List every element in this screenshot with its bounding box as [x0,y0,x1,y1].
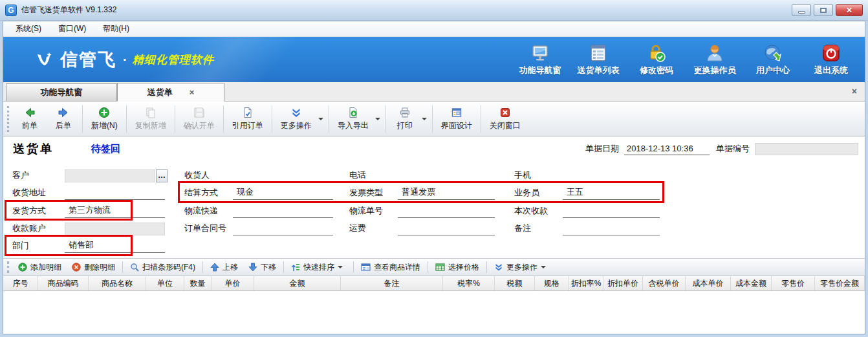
column-header[interactable]: 金额 [254,276,341,290]
items-table-body[interactable] [3,291,865,332]
toolbar-button-label: 前单 [22,120,38,131]
confirm-order-button[interactable]: 确认开单 [177,104,221,134]
column-header[interactable]: 序号 [3,276,38,290]
account-input[interactable] [65,223,165,235]
tab-close-icon[interactable]: × [190,87,195,97]
reference-order-button[interactable]: 引用订单 [226,104,270,134]
column-header[interactable]: 商品编码 [38,276,89,290]
close-button[interactable]: ✕ [836,4,863,16]
quick-sort-button[interactable]: 快速排序 [286,260,351,275]
window-title: 信管飞送货单软件 V9.1.332 [21,5,116,16]
column-header[interactable]: 成本金额 [731,276,772,290]
column-header[interactable]: 数量 [184,276,212,290]
column-header[interactable]: 税额 [495,276,535,290]
column-header[interactable]: 成本单价 [686,276,731,290]
window-controls: ✕ [792,4,863,16]
tab-nav-window[interactable]: 功能导航窗 [6,83,117,101]
field-tracking-no: 物流单号 [349,204,495,218]
more-actions-button[interactable]: 更多操作 [274,104,318,134]
receiver-input[interactable] [233,169,333,182]
scan-barcode-button[interactable]: 扫描条形码(F4) [125,260,201,275]
xinguanfei-logo-icon [34,49,55,70]
select-price-button[interactable]: 选择价格 [430,260,484,275]
logistics-input[interactable] [233,204,333,218]
view-product-detail-button[interactable]: 查看商品详情 [356,260,426,275]
add-detail-button[interactable]: 添加明细 [13,260,67,275]
detail-button-label: 更多操作 [506,262,537,273]
prev-order-button[interactable]: 前单 [13,104,47,134]
menu-window[interactable]: 窗口(W) [50,21,94,36]
delivery-list-button[interactable]: 送货单列表 [574,43,623,76]
dropdown-arrow-icon[interactable] [375,118,380,120]
menubar: 系统(S) 窗口(W) 帮助(H) [3,21,865,37]
delete-detail-button[interactable]: 删除明细 [67,260,120,275]
detail-more-actions-button[interactable]: 更多操作 [489,260,554,275]
column-header[interactable]: 商品名称 [89,276,146,290]
tab-delivery-order[interactable]: 送货单 × [117,83,224,102]
column-header[interactable]: 规格 [535,276,569,290]
column-header[interactable]: 折扣单价 [603,276,643,290]
menu-help[interactable]: 帮助(H) [94,21,138,36]
address-input[interactable] [65,186,165,200]
freight-input[interactable] [398,222,495,235]
phone-input[interactable] [398,169,495,182]
dropdown-arrow-icon[interactable] [422,118,427,120]
column-header[interactable]: 税率% [443,276,495,290]
field-label: 结算方式 [184,187,233,200]
minimize-button[interactable] [792,4,811,16]
column-header[interactable]: 含税单价 [643,276,686,290]
mobile-input[interactable] [563,169,660,182]
user-center-button[interactable]: 用户中心 [748,43,797,76]
column-header[interactable]: 零售价 [772,276,815,290]
column-header[interactable]: 备注 [341,276,443,290]
next-order-button[interactable]: 后单 [47,104,80,134]
close-window-button[interactable]: 关闭窗口 [483,104,527,134]
toolbar-button-label: 后单 [56,120,71,131]
menu-system[interactable]: 系统(S) [7,21,50,36]
payment-input[interactable] [563,204,660,218]
exit-system-button[interactable]: 退出系统 [807,43,856,76]
nav-window-button[interactable]: 功能导航窗 [515,43,565,76]
toolbar-button-label: 确认开单 [184,120,215,131]
move-down-button[interactable]: 下移 [243,260,281,275]
move-down-icon [248,263,257,272]
customer-input[interactable] [65,169,155,182]
import-export-group: 导入导出 [331,103,384,135]
minimize-icon [798,11,805,14]
change-password-button[interactable]: 修改密码 [632,43,681,76]
move-up-button[interactable]: 上移 [205,260,243,275]
import-export-button[interactable]: 导入导出 [331,104,375,134]
add-circle-icon [18,263,27,272]
new-order-button[interactable]: 新增(N) [85,104,124,134]
contract-no-input[interactable] [233,222,333,235]
ui-design-button[interactable]: 界面设计 [435,104,479,134]
department-input[interactable]: 销售部 [65,239,165,253]
copy-new-button[interactable]: 复制新增 [129,104,173,134]
tabbar-close-icon[interactable]: × [852,86,857,96]
dropdown-arrow-icon[interactable] [338,266,343,268]
dropdown-arrow-icon[interactable] [318,118,323,120]
status-badge: 待签回 [91,143,120,155]
dropdown-arrow-icon[interactable] [541,266,546,268]
globe-icon [763,43,783,63]
invoice-type-input[interactable]: 普通发票 [398,186,495,200]
date-field[interactable]: 2018-12-13 10:36 [624,143,710,155]
doc-number-field[interactable] [755,143,858,155]
app-window: G 信管飞送货单软件 V9.1.332 ✕ 系统(S) 窗口(W) 帮助(H) [0,0,868,337]
column-header[interactable]: 单位 [146,276,184,290]
salesman-input[interactable]: 王五 [563,186,660,200]
maximize-button[interactable] [814,4,833,16]
copy-icon [145,107,157,118]
column-header[interactable]: 单价 [212,276,254,290]
print-button[interactable]: 打印 [388,104,422,134]
field-salesman: 业务员 王五 [514,186,660,200]
tracking-no-input[interactable] [398,204,495,218]
remark-input[interactable] [563,222,660,235]
column-header[interactable]: 零售价金额 [815,276,865,290]
ship-method-input[interactable]: 第三方物流 [65,204,165,218]
customer-lookup-button[interactable]: … [156,169,168,182]
settlement-input[interactable]: 现金 [233,186,333,200]
switch-operator-button[interactable]: 更换操作员 [690,43,739,76]
field-remark: 备注 [514,222,660,235]
column-header[interactable]: 折扣率% [569,276,603,290]
